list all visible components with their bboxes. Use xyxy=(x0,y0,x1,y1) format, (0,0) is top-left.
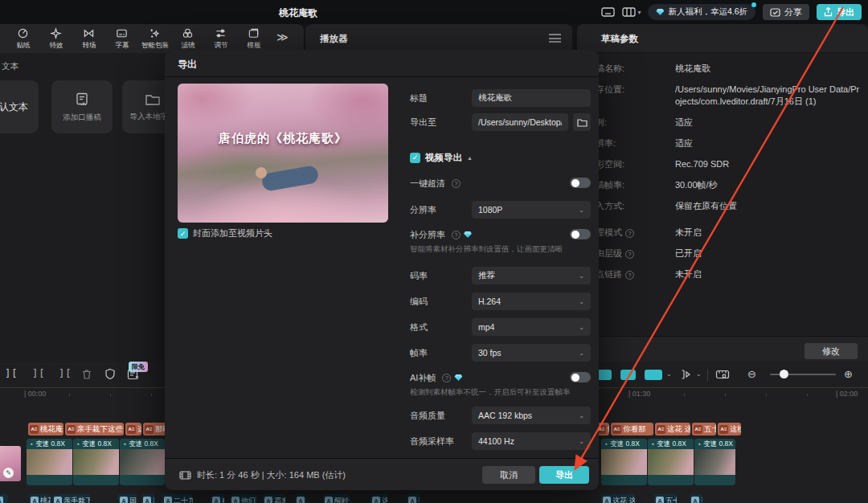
subtitle-clip[interactable]: A≡这桃 xyxy=(718,423,741,436)
delete-icon[interactable] xyxy=(81,369,92,380)
auto-highlight-icon[interactable] xyxy=(620,370,636,380)
export-dialog: 导出 唐伯虎的《桃花庵歌》 ✓ 封面添加至视频片头 标题 导出至 ✓ 视频导出 … xyxy=(165,50,599,490)
audio-text-clip[interactable]: A这样 xyxy=(371,494,387,503)
collapse-caret-icon[interactable]: ▲ xyxy=(467,155,473,161)
audio-rate-select[interactable]: 44100 Hz⌄ xyxy=(472,432,591,450)
zoom-out-icon[interactable]: ⊖ xyxy=(747,368,756,380)
chevron-down-icon[interactable]: ⌄ xyxy=(696,370,702,378)
browse-folder-button[interactable] xyxy=(573,113,591,131)
super-res-toggle[interactable] xyxy=(570,229,591,239)
draft-param-row: 分辨率:适应 xyxy=(587,137,860,149)
help-icon[interactable]: ? xyxy=(625,271,634,280)
video-clip[interactable]: ◔变速 0.8X xyxy=(27,439,72,485)
cover-clip-thumbnail[interactable]: ✎ xyxy=(0,446,21,481)
tool-captions[interactable]: 字幕 xyxy=(105,27,138,51)
audio-text-clip[interactable]: A那 xyxy=(141,494,154,503)
title-input[interactable] xyxy=(472,89,591,107)
card-add-script[interactable]: 添加口播稿 xyxy=(51,80,113,133)
trim-left-icon[interactable]: ][ xyxy=(32,368,45,379)
audio-text-clip[interactable]: A xyxy=(0,494,8,503)
ai-frame-toggle[interactable] xyxy=(570,372,591,382)
cursor-mode-icon[interactable] xyxy=(680,369,693,380)
audio-text-clip[interactable]: A可 xyxy=(295,494,306,503)
tool-sticker[interactable]: 贴纸 xyxy=(6,27,39,51)
chevron-down-icon[interactable]: ⌄ xyxy=(666,370,672,378)
audio-text-clip[interactable]: A桃花 xyxy=(29,494,51,503)
audio-quality-select[interactable]: AAC 192 kbps⌄ xyxy=(472,407,591,424)
audio-text-clip[interactable]: A亲手栽下 xyxy=(52,494,90,503)
help-icon[interactable]: ? xyxy=(452,231,461,239)
audio-text-clip[interactable]: A这花 这 xyxy=(601,494,635,503)
tool-transition[interactable]: 转场 xyxy=(72,27,105,51)
video-clip[interactable]: ◔变速 0.8X xyxy=(694,439,735,485)
card-default-text[interactable]: 默认文本 xyxy=(0,80,39,133)
link-clips-icon[interactable] xyxy=(645,370,662,380)
more-tools-button[interactable]: ≫ xyxy=(276,31,289,43)
help-icon[interactable]: ? xyxy=(442,374,451,382)
bitrate-select[interactable]: 推荐⌄ xyxy=(472,267,591,284)
trim-right-icon[interactable]: ][ xyxy=(59,368,72,379)
help-icon[interactable]: ? xyxy=(452,179,461,188)
top-bar: 桃花庵歌 ▾ 新人福利，幸运4.6折 分享 导出 xyxy=(0,0,868,24)
fps-select[interactable]: 30 fps⌄ xyxy=(472,344,591,362)
audio-text-clip[interactable]: A科 xyxy=(211,494,224,503)
audio-text-clip[interactable]: A五十 xyxy=(654,494,677,503)
help-icon[interactable]: ? xyxy=(625,229,634,238)
audio-text-clip[interactable]: A半醉 xyxy=(407,494,420,503)
help-icon[interactable]: ? xyxy=(625,250,634,259)
bitrate-label: 码率 xyxy=(410,267,428,284)
promo-badge[interactable]: 新人福利，幸运4.6折 xyxy=(648,4,755,20)
video-export-section[interactable]: ✓ 视频导出 ▲ xyxy=(410,151,473,164)
subtitle-clip[interactable]: A≡五十 xyxy=(692,423,716,436)
subtitle-clip[interactable]: A≡你看那 xyxy=(611,423,653,436)
confirm-export-button[interactable]: 导出 xyxy=(539,466,589,484)
split-clip-icon[interactable]: ][ xyxy=(5,368,18,379)
audio-text-clip[interactable]: A醒时便 xyxy=(323,494,350,503)
export-button[interactable]: 导出 xyxy=(817,4,862,20)
subtitle-clip[interactable]: A≡亲手栽下这些 xyxy=(65,423,124,436)
draft-params-header: 草稿参数 xyxy=(577,24,868,53)
resolution-select[interactable]: 1080P⌄ xyxy=(472,201,591,219)
tool-templates[interactable]: 模板 xyxy=(237,27,270,51)
super-res-label: 补分辨率? xyxy=(410,226,472,243)
layout-toggle-icon[interactable]: ▾ xyxy=(622,6,641,18)
video-clip[interactable]: ◔变速 0.8X xyxy=(73,439,119,485)
draft-param-row: 保存位置:/Users/sunny/Movies/JianyingPro Use… xyxy=(587,84,860,108)
audio-clip-icon: A xyxy=(372,497,380,503)
tool-filters[interactable]: 滤镜 xyxy=(171,27,204,51)
modify-button[interactable]: 修改 xyxy=(805,343,858,359)
codec-select[interactable]: H.264⌄ xyxy=(472,292,591,310)
video-clip[interactable]: ◔变速 0.8X xyxy=(601,439,647,485)
zoom-in-icon[interactable]: ⊕ xyxy=(844,368,853,380)
cover-preview[interactable]: 唐伯虎的《桃花庵歌》 xyxy=(178,84,388,223)
mute-shield-icon[interactable] xyxy=(104,368,116,380)
zoom-slider-knob[interactable] xyxy=(780,370,788,378)
dest-field-label: 导出至 xyxy=(410,113,436,131)
subtitle-clip[interactable]: A≡那时 xyxy=(143,423,166,436)
audio-text-clip[interactable]: A这 xyxy=(690,494,702,503)
subtitle-clip[interactable]: A≡桃花庵 xyxy=(28,423,63,436)
text-clip-icon: A≡ xyxy=(145,425,154,434)
tool-adjust[interactable]: 调节 xyxy=(204,27,237,51)
subtitle-view-icon[interactable] xyxy=(601,6,615,18)
tool-effects[interactable]: 特效 xyxy=(39,27,72,51)
share-button[interactable]: 分享 xyxy=(763,4,809,20)
audio-text-clip[interactable]: A霜来 xyxy=(263,494,285,503)
cover-to-intro-option[interactable]: ✓ 封面添加至视频片头 xyxy=(178,227,272,239)
player-menu-icon[interactable] xyxy=(549,34,561,43)
checkbox-checked-icon: ✓ xyxy=(410,153,420,163)
subtitle-clip[interactable]: A≡这 xyxy=(125,423,141,436)
audio-text-clip[interactable]: A回首 xyxy=(118,494,137,503)
video-clip[interactable]: ◔变速 0.8X xyxy=(120,439,165,485)
format-select[interactable]: mp4⌄ xyxy=(472,318,591,336)
preview-ruler-icon[interactable] xyxy=(715,369,730,380)
hd-toggle[interactable] xyxy=(570,178,591,188)
dest-path-input[interactable] xyxy=(472,113,568,131)
ruler-time-label: | 02:00 xyxy=(836,390,858,398)
audio-text-clip[interactable]: A二十九 xyxy=(162,494,193,503)
video-clip[interactable]: ◔变速 0.8X xyxy=(648,439,694,485)
audio-text-clip[interactable]: A他们说 xyxy=(230,494,256,503)
subtitle-clip[interactable]: A≡这花 这 xyxy=(655,423,690,436)
cancel-button[interactable]: 取消 xyxy=(482,466,535,484)
tool-smart-pack[interactable]: 智能包装 xyxy=(138,27,171,51)
